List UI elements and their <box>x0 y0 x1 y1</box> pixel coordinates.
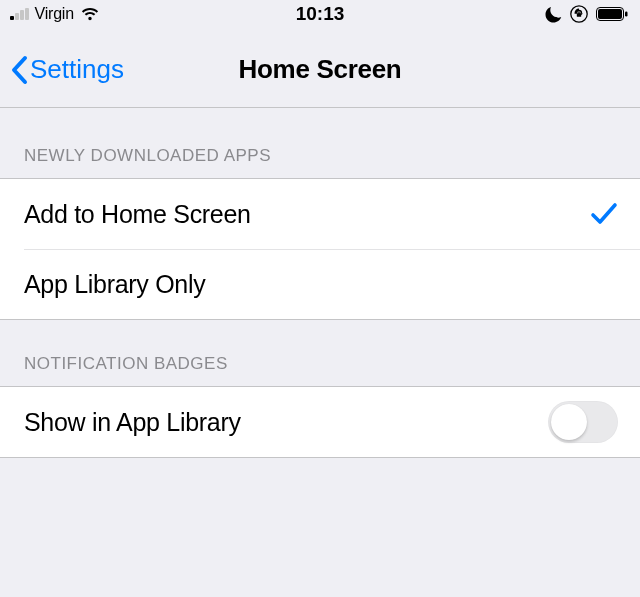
do-not-disturb-icon <box>545 6 562 23</box>
svg-rect-4 <box>598 9 622 19</box>
chevron-left-icon <box>10 55 28 85</box>
battery-icon <box>596 7 628 21</box>
wifi-icon <box>80 7 100 21</box>
orientation-lock-icon <box>570 5 588 23</box>
nav-header: Settings Home Screen <box>0 28 640 108</box>
option-app-library-only[interactable]: App Library Only <box>0 249 640 319</box>
group-newly-downloaded: Add to Home Screen App Library Only <box>0 178 640 320</box>
back-label: Settings <box>30 54 124 85</box>
toggle-knob <box>551 404 587 440</box>
status-right <box>545 5 628 23</box>
carrier-label: Virgin <box>35 5 74 23</box>
show-in-app-library-toggle[interactable] <box>548 401 618 443</box>
row-label: Show in App Library <box>24 408 241 437</box>
status-time: 10:13 <box>296 3 345 25</box>
option-add-to-home-screen[interactable]: Add to Home Screen <box>0 179 640 249</box>
checkmark-icon <box>590 201 618 227</box>
svg-rect-5 <box>625 12 628 17</box>
option-label: App Library Only <box>24 270 205 299</box>
svg-rect-2 <box>578 12 580 14</box>
section-header-notification-badges: NOTIFICATION BADGES <box>0 320 640 386</box>
back-button[interactable]: Settings <box>10 54 124 85</box>
group-notification-badges: Show in App Library <box>0 386 640 458</box>
status-bar: Virgin 10:13 <box>0 0 640 28</box>
section-header-newly-downloaded: NEWLY DOWNLOADED APPS <box>0 108 640 178</box>
signal-strength-icon <box>10 8 29 20</box>
option-label: Add to Home Screen <box>24 200 251 229</box>
status-left: Virgin <box>10 5 100 23</box>
row-show-in-app-library: Show in App Library <box>0 387 640 457</box>
